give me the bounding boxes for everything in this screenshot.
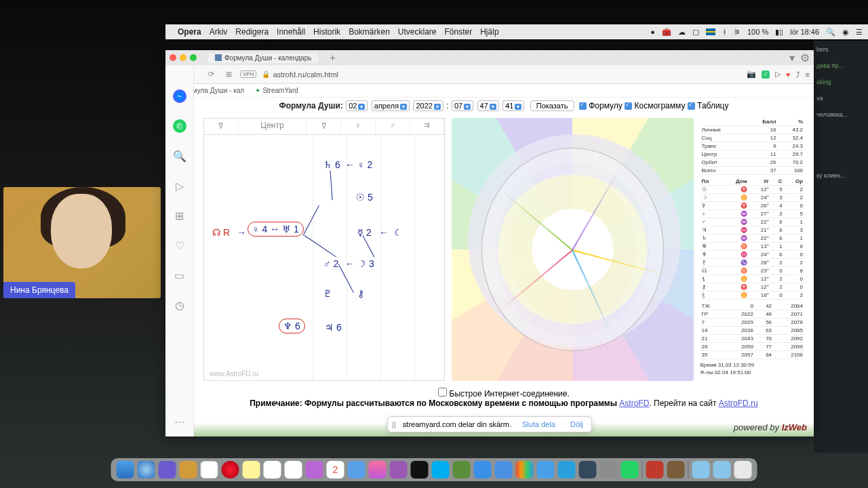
app-icon[interactable] bbox=[348, 461, 366, 479]
podcast-icon[interactable] bbox=[390, 461, 408, 479]
streamyard-icon: ✦ bbox=[255, 87, 260, 94]
telegram-icon[interactable] bbox=[558, 461, 576, 479]
pages-icon[interactable] bbox=[264, 461, 281, 479]
app-menu[interactable]: Opera bbox=[178, 27, 201, 37]
opera-icon[interactable] bbox=[222, 461, 239, 479]
pdf-icon[interactable] bbox=[646, 461, 664, 479]
fast-checkbox[interactable] bbox=[438, 388, 447, 396]
whatsapp-icon[interactable]: ✆ bbox=[173, 119, 186, 133]
app-icon[interactable] bbox=[516, 461, 534, 479]
menu-icon[interactable]: ≡ bbox=[806, 70, 810, 79]
table-checkbox[interactable] bbox=[688, 102, 695, 110]
finder-icon[interactable] bbox=[117, 461, 134, 479]
reminders-icon[interactable] bbox=[285, 461, 302, 479]
app-icon[interactable] bbox=[537, 461, 555, 479]
share-icon[interactable]: ⤴ bbox=[796, 70, 800, 79]
planet-node: ☿ 2 bbox=[357, 227, 372, 238]
clock[interactable]: lör 18:46 bbox=[790, 28, 819, 36]
stop-share-button[interactable]: Sluta dela bbox=[518, 419, 559, 430]
tab-menu-icon[interactable]: ▾ bbox=[789, 52, 795, 64]
chrome-icon[interactable] bbox=[201, 461, 218, 479]
col-glyph: ♀ bbox=[341, 119, 376, 134]
app-icon[interactable] bbox=[180, 461, 197, 479]
messenger-icon[interactable]: ~ bbox=[173, 89, 186, 103]
app-icon[interactable] bbox=[159, 461, 176, 479]
menu-redigera[interactable]: Redigera bbox=[235, 27, 269, 37]
maximize-window-button[interactable] bbox=[190, 54, 197, 61]
reload-button[interactable]: ⟳ bbox=[205, 68, 217, 81]
hide-share-button[interactable]: Dölj bbox=[566, 419, 587, 430]
more-icon[interactable]: ⋯ bbox=[173, 415, 186, 428]
formula-checkbox[interactable] bbox=[579, 102, 587, 110]
settings-icon[interactable] bbox=[600, 461, 618, 479]
skype-icon[interactable] bbox=[432, 461, 450, 479]
menu-bokmarken[interactable]: Bokmärken bbox=[349, 27, 390, 37]
vpn-badge[interactable]: VPN bbox=[240, 70, 256, 78]
play-icon[interactable]: ▷ bbox=[173, 179, 186, 192]
control-center-icon[interactable]: ☰ bbox=[856, 28, 863, 37]
astrofd-site-link[interactable]: AstroFD.ru bbox=[719, 399, 758, 408]
folder-icon[interactable] bbox=[713, 461, 731, 479]
cosmo-checkbox[interactable] bbox=[625, 102, 632, 110]
wifi-icon[interactable]: ⚞ bbox=[734, 28, 741, 37]
browser-tab[interactable]: Формула Души - календарь bbox=[208, 53, 318, 63]
whatsapp-icon[interactable] bbox=[621, 461, 639, 479]
easy-setup-icon[interactable]: ⚙ bbox=[800, 52, 810, 64]
menu-fonster[interactable]: Fönster bbox=[445, 27, 473, 37]
time-text: Время 31.03 12:30:59 bbox=[701, 361, 805, 369]
search-icon[interactable]: 🔍 bbox=[173, 149, 186, 163]
year-select[interactable]: 2022▾ bbox=[413, 100, 443, 111]
tv-icon[interactable] bbox=[411, 461, 429, 479]
app-icon[interactable] bbox=[306, 461, 323, 479]
send-icon[interactable]: ▷ bbox=[775, 70, 781, 79]
history-icon[interactable]: ◷ bbox=[173, 298, 186, 312]
new-tab-button[interactable]: + bbox=[326, 52, 339, 63]
toolbox-icon[interactable]: 🧰 bbox=[662, 28, 671, 37]
display-icon[interactable]: ▢ bbox=[692, 28, 699, 37]
grid-icon[interactable]: ⊞ bbox=[222, 68, 235, 81]
fdate-text: Ф-лы 02.04 19:51:00 bbox=[701, 369, 805, 376]
news-icon[interactable]: ▭ bbox=[173, 268, 186, 282]
hour-select[interactable]: 07▾ bbox=[452, 100, 473, 111]
folder-icon[interactable] bbox=[692, 461, 710, 479]
bookmark-item[interactable]: ✦StreamYard bbox=[255, 87, 298, 94]
cloud-icon[interactable]: ☁︎ bbox=[678, 28, 686, 37]
show-button[interactable]: Показать bbox=[530, 100, 574, 111]
appstore-icon[interactable] bbox=[474, 461, 492, 479]
min-select[interactable]: 47▾ bbox=[477, 100, 499, 111]
minimize-window-button[interactable] bbox=[180, 54, 186, 61]
notes-icon[interactable] bbox=[243, 461, 260, 479]
zoom-icon[interactable] bbox=[495, 461, 513, 479]
shield-icon[interactable]: ✓ bbox=[762, 70, 770, 79]
menu-historik[interactable]: Historik bbox=[313, 27, 340, 37]
app-icon[interactable] bbox=[579, 461, 597, 479]
camera-icon[interactable]: 📷 bbox=[747, 70, 756, 79]
heart-icon[interactable]: ♥ bbox=[786, 70, 791, 79]
heart-icon[interactable]: ♡ bbox=[173, 239, 186, 252]
trash-icon[interactable] bbox=[734, 461, 752, 479]
url-field[interactable]: 🔒 astrofd.ru/calm.html bbox=[262, 70, 741, 79]
input-flag-icon[interactable] bbox=[706, 28, 715, 35]
safari-icon[interactable] bbox=[138, 461, 155, 479]
status-icon[interactable]: ● bbox=[650, 28, 655, 36]
astrofd-link[interactable]: AstroFD bbox=[619, 399, 649, 408]
app-icon[interactable] bbox=[667, 461, 685, 479]
browser-window: Формула Души - календарь + ▾ ⚙ ‹ › ⟳ ⊞ V… bbox=[165, 50, 814, 436]
bluetooth-icon[interactable]: ᚼ bbox=[722, 28, 727, 36]
month-select[interactable]: апреля▾ bbox=[372, 100, 410, 111]
menu-hjalp[interactable]: Hjälp bbox=[480, 27, 498, 37]
day-select[interactable]: 02▾ bbox=[346, 100, 368, 111]
label: . Перейти на сайт bbox=[649, 399, 718, 408]
sec-select[interactable]: 41▾ bbox=[502, 100, 524, 111]
webcam-video: Нина Брянцева bbox=[3, 187, 161, 298]
siri-icon[interactable]: ◉ bbox=[842, 28, 849, 37]
menu-arkiv[interactable]: Arkiv bbox=[210, 27, 228, 37]
music-icon[interactable] bbox=[369, 461, 387, 479]
search-icon[interactable]: 🔍 bbox=[826, 28, 835, 37]
menu-utvecklare[interactable]: Utvecklare bbox=[398, 27, 437, 37]
workspaces-icon[interactable]: ⊞ bbox=[173, 209, 186, 222]
close-window-button[interactable] bbox=[170, 54, 176, 61]
menu-innehall[interactable]: Innehåll bbox=[277, 27, 305, 37]
calendar-icon[interactable]: 2 bbox=[327, 461, 344, 479]
app-icon[interactable] bbox=[453, 461, 471, 479]
